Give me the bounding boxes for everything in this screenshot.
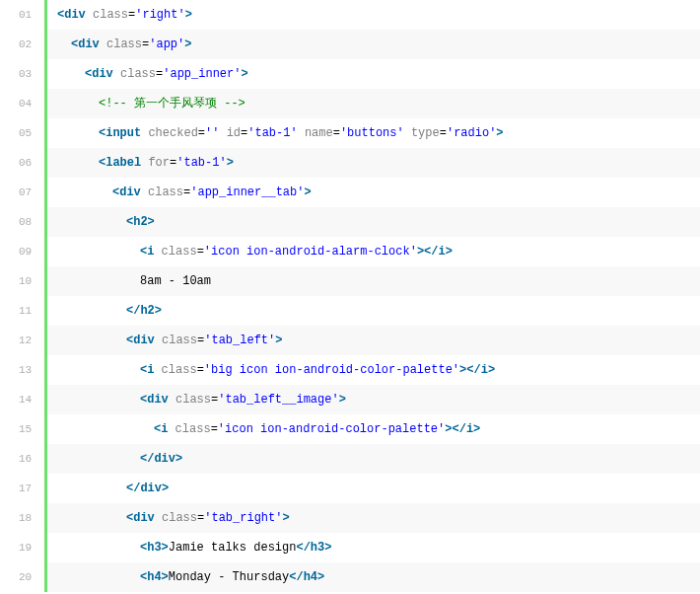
token-tag: h3 <box>147 541 161 555</box>
token-tag: div <box>140 482 162 495</box>
code-line: <i class='big icon ion-android-color-pal… <box>47 355 700 385</box>
token-tag: div <box>92 67 113 81</box>
line-number: 14 <box>3 385 47 414</box>
code-line: </h2> <box>47 296 700 326</box>
token-val: 'tab_left__image' <box>218 393 338 407</box>
token-tag: > <box>496 126 503 140</box>
line-number: 16 <box>3 444 47 474</box>
token-tag: div <box>147 393 169 407</box>
line-number: 06 <box>3 148 47 178</box>
line-number: 04 <box>3 89 47 118</box>
token-tag: > <box>446 245 453 259</box>
code-line: <div class='app'> <box>47 30 700 59</box>
line-number: 12 <box>3 326 47 355</box>
token-tag: i <box>438 245 445 259</box>
line-number: 15 <box>3 414 47 444</box>
token-plain: Jamie talks design <box>169 541 297 555</box>
token-tag: i <box>466 422 473 436</box>
token-cmt: <!-- 第一个手风琴项 --> <box>99 97 245 111</box>
token-tag: h2 <box>140 304 154 318</box>
line-number: 10 <box>3 266 47 296</box>
line-number: 08 <box>3 207 47 237</box>
token-plain <box>168 422 175 436</box>
code-line: <i class='icon ion-android-color-palette… <box>47 414 700 444</box>
token-tag: > <box>317 570 324 584</box>
code-line: <h4>Monday - Thursday</h4> <box>47 562 700 592</box>
token-tag: </ <box>126 304 140 318</box>
line-number-gutter: 0102030405060708091011121314151617181920 <box>3 0 47 592</box>
token-attr: class <box>175 422 211 436</box>
token-attr: class <box>162 363 197 377</box>
token-plain <box>219 126 226 140</box>
token-plain: Monday - Thursday <box>169 570 289 584</box>
code-line: <div class='app_inner__tab'> <box>47 178 700 207</box>
token-tag: > <box>175 452 182 466</box>
code-line: <i class='icon ion-android-alarm-clock'>… <box>47 237 700 266</box>
token-tag: </ <box>452 422 465 436</box>
token-tag: h3 <box>311 541 324 555</box>
code-line: </div> <box>47 474 700 503</box>
token-plain <box>404 126 411 140</box>
token-tag: </ <box>126 482 140 495</box>
code-line: <h2> <box>47 207 700 237</box>
line-number: 20 <box>3 562 47 592</box>
token-val: 'icon ion-android-color-palette' <box>218 422 445 436</box>
token-tag: h4 <box>304 570 317 584</box>
token-plain: 8am - 10am <box>140 274 211 288</box>
line-number: 13 <box>3 355 47 385</box>
code-line: <input checked='' id='tab-1' name='butto… <box>47 118 700 148</box>
token-attr: type <box>411 126 440 140</box>
code-line: <!-- 第一个手风琴项 --> <box>47 89 700 118</box>
token-attr: id <box>227 126 241 140</box>
token-plain <box>155 511 162 525</box>
line-number: 18 <box>3 503 47 533</box>
line-number: 02 <box>3 30 47 59</box>
token-plain <box>113 67 120 81</box>
token-val: 'buttons' <box>340 126 404 140</box>
token-val: 'tab_right' <box>204 511 282 525</box>
line-number: 19 <box>3 533 47 562</box>
token-plain: = <box>198 126 205 140</box>
token-val: 'tab_left' <box>204 334 275 347</box>
line-number: 09 <box>3 237 47 266</box>
token-tag: > <box>304 186 311 199</box>
token-attr: for <box>148 156 170 170</box>
token-val: 'icon ion-android-alarm-clock' <box>204 245 417 259</box>
token-tag: > <box>184 37 191 51</box>
token-val: 'app_inner__tab' <box>190 186 304 199</box>
token-plain: = <box>197 363 204 377</box>
code-line: <div class='app_inner'> <box>47 59 700 89</box>
token-tag: > <box>488 363 495 377</box>
token-tag: > <box>282 511 289 525</box>
token-val: 'radio' <box>447 126 496 140</box>
token-attr: class <box>148 186 183 199</box>
token-tag: div <box>78 37 100 51</box>
line-number: 05 <box>3 118 47 148</box>
token-tag: > <box>473 422 480 436</box>
token-plain <box>141 186 148 199</box>
token-attr: class <box>162 511 197 525</box>
token-plain <box>154 245 161 259</box>
token-val: 'app_inner' <box>163 67 241 81</box>
token-tag: h4 <box>147 570 161 584</box>
code-line: <div class='tab_left'> <box>47 326 700 355</box>
line-number: 07 <box>3 178 47 207</box>
token-plain: = <box>333 126 340 140</box>
code-line: 8am - 10am <box>47 266 700 296</box>
line-number: 11 <box>3 296 47 326</box>
token-tag: div <box>133 334 155 347</box>
token-val: 'tab-1' <box>247 126 297 140</box>
token-tag: > <box>275 334 282 347</box>
code-line: <div class='tab_right'> <box>47 503 700 533</box>
token-tag: div <box>154 452 175 466</box>
token-val: 'right' <box>135 8 184 22</box>
code-lines: <div class='right'><div class='app'><div… <box>47 0 700 592</box>
token-plain: = <box>440 126 447 140</box>
token-val: 'tab-1' <box>176 156 226 170</box>
token-attr: class <box>162 245 197 259</box>
token-tag: label <box>105 156 141 170</box>
token-attr: class <box>106 37 142 51</box>
token-tag: </ <box>424 245 438 259</box>
code-line: <label for='tab-1'> <box>47 148 700 178</box>
token-val: 'app' <box>149 37 184 51</box>
